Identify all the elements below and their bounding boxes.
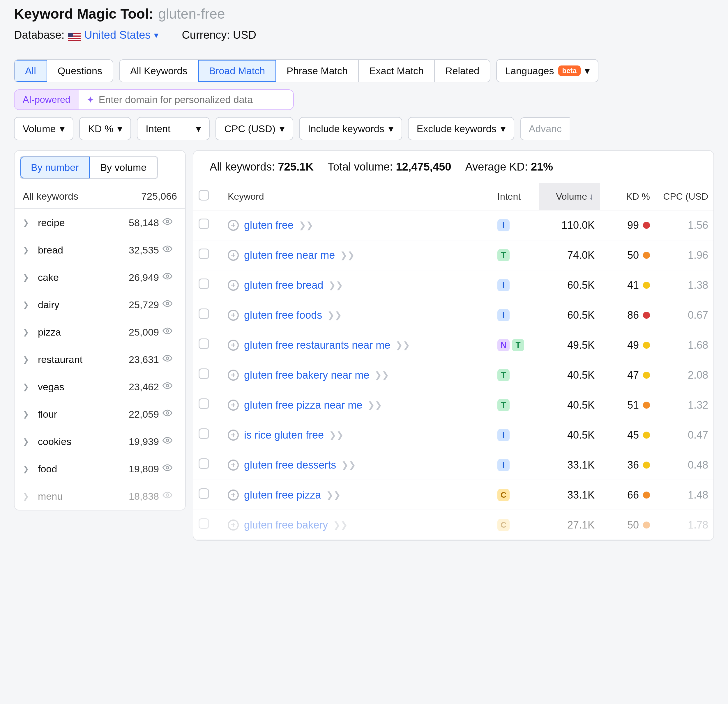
add-keyword-icon[interactable]: +: [228, 280, 239, 291]
sort-by-volume[interactable]: By volume: [90, 157, 157, 178]
sidebar-item[interactable]: ❯ cake 26,949: [14, 264, 185, 291]
sidebar-item[interactable]: ❯ vegas 23,462: [14, 373, 185, 401]
tab-broad-match[interactable]: Broad Match: [198, 60, 276, 82]
keyword-link[interactable]: gluten free bakery: [244, 519, 328, 531]
keyword-link[interactable]: is rice gluten free: [244, 429, 324, 441]
keyword-groups-sidebar: By number By volume All keywords 725,066…: [14, 150, 186, 511]
row-checkbox[interactable]: [199, 368, 209, 379]
keyword-link[interactable]: gluten free restaurants near me: [244, 339, 390, 351]
add-keyword-icon[interactable]: +: [228, 310, 239, 321]
add-keyword-icon[interactable]: +: [228, 460, 239, 470]
double-chevron-icon[interactable]: ❯❯: [374, 370, 389, 380]
tab-phrase-match[interactable]: Phrase Match: [276, 60, 359, 82]
eye-icon[interactable]: [162, 408, 177, 420]
row-checkbox[interactable]: [199, 278, 209, 289]
row-checkbox[interactable]: [199, 248, 209, 259]
sidebar-item[interactable]: ❯ recipe 58,148: [14, 209, 185, 236]
eye-icon[interactable]: [162, 244, 177, 256]
domain-input[interactable]: [99, 94, 285, 105]
row-checkbox[interactable]: [199, 428, 209, 439]
tab-questions[interactable]: Questions: [47, 60, 113, 82]
double-chevron-icon[interactable]: ❯❯: [326, 490, 341, 500]
double-chevron-icon[interactable]: ❯❯: [329, 430, 344, 440]
intent-badge-i: I: [497, 219, 510, 231]
tab-all[interactable]: All: [14, 60, 47, 82]
add-keyword-icon[interactable]: +: [228, 250, 239, 261]
double-chevron-icon[interactable]: ❯❯: [367, 400, 382, 410]
tab-all-keywords[interactable]: All Keywords: [120, 60, 199, 82]
sidebar-item[interactable]: ❯ food 19,809: [14, 455, 185, 483]
keyword-link[interactable]: gluten free pizza near me: [244, 399, 362, 411]
double-chevron-icon[interactable]: ❯❯: [396, 340, 410, 350]
sidebar-item[interactable]: ❯ dairy 25,729: [14, 291, 185, 318]
filter-kd[interactable]: KD %▾: [79, 117, 131, 140]
intent-cell: T: [497, 399, 533, 411]
col-cpc[interactable]: CPC (USD: [655, 183, 714, 210]
sidebar-item[interactable]: ❯ pizza 25,009: [14, 318, 185, 346]
languages-dropdown[interactable]: Languages beta ▾: [496, 59, 598, 82]
keyword-link[interactable]: gluten free desserts: [244, 459, 336, 471]
row-checkbox[interactable]: [199, 488, 209, 499]
filter-intent[interactable]: Intent▾: [137, 117, 209, 140]
row-checkbox[interactable]: [199, 458, 209, 469]
table-row: + gluten free restaurants near me ❯❯ NT …: [194, 330, 714, 360]
database-selector[interactable]: Database: United States ▾: [14, 29, 158, 41]
col-intent[interactable]: Intent: [492, 183, 539, 210]
volume-value: 60.5K: [544, 279, 595, 291]
add-keyword-icon[interactable]: +: [228, 340, 239, 351]
col-keyword[interactable]: Keyword: [222, 183, 492, 210]
keyword-link[interactable]: gluten free pizza: [244, 489, 321, 501]
filter-exclude-keywords[interactable]: Exclude keywords▾: [408, 117, 514, 140]
add-keyword-icon[interactable]: +: [228, 430, 239, 441]
row-checkbox[interactable]: [199, 518, 209, 529]
ai-powered-badge: AI-powered: [14, 90, 79, 110]
row-checkbox[interactable]: [199, 339, 209, 349]
eye-icon[interactable]: [162, 490, 177, 502]
keyword-link[interactable]: gluten free: [244, 219, 293, 231]
sidebar-all-keywords[interactable]: All keywords 725,066: [14, 184, 185, 209]
keyword-link[interactable]: gluten free bakery near me: [244, 369, 369, 381]
eye-icon[interactable]: [162, 353, 177, 365]
volume-value: 49.5K: [544, 339, 595, 351]
double-chevron-icon[interactable]: ❯❯: [299, 220, 313, 230]
sort-by-number[interactable]: By number: [20, 157, 90, 178]
double-chevron-icon[interactable]: ❯❯: [341, 460, 356, 470]
tab-exact-match[interactable]: Exact Match: [359, 60, 435, 82]
keyword-link[interactable]: gluten free bread: [244, 279, 323, 291]
add-keyword-icon[interactable]: +: [228, 369, 239, 381]
eye-icon[interactable]: [162, 326, 177, 338]
add-keyword-icon[interactable]: +: [228, 489, 239, 501]
eye-icon[interactable]: [162, 216, 177, 229]
sidebar-item[interactable]: ❯ cookies 19,939: [14, 428, 185, 455]
double-chevron-icon[interactable]: ❯❯: [328, 280, 343, 290]
row-checkbox[interactable]: [199, 398, 209, 409]
filter-advanced[interactable]: Advanc: [520, 117, 570, 140]
add-keyword-icon[interactable]: +: [228, 400, 239, 411]
filter-include-keywords[interactable]: Include keywords▾: [299, 117, 402, 140]
filter-cpc[interactable]: CPC (USD)▾: [215, 117, 293, 140]
kd-cell: 49: [605, 339, 650, 351]
sidebar-item[interactable]: ❯ flour 22,059: [14, 401, 185, 428]
eye-icon[interactable]: [162, 381, 177, 393]
add-keyword-icon[interactable]: +: [228, 519, 239, 531]
row-checkbox[interactable]: [199, 219, 209, 229]
select-all-checkbox[interactable]: [199, 190, 209, 201]
eye-icon[interactable]: [162, 271, 177, 283]
row-checkbox[interactable]: [199, 309, 209, 319]
double-chevron-icon[interactable]: ❯❯: [327, 310, 342, 320]
eye-icon[interactable]: [162, 463, 177, 475]
sidebar-item[interactable]: ❯ bread 32,535: [14, 236, 185, 264]
eye-icon[interactable]: [162, 436, 177, 447]
keyword-link[interactable]: gluten free near me: [244, 249, 335, 261]
add-keyword-icon[interactable]: +: [228, 220, 239, 231]
eye-icon[interactable]: [162, 299, 177, 311]
filter-volume[interactable]: Volume▾: [14, 117, 74, 140]
double-chevron-icon[interactable]: ❯❯: [333, 520, 348, 530]
sidebar-item[interactable]: ❯ restaurant 23,631: [14, 346, 185, 373]
col-kd[interactable]: KD %: [600, 183, 655, 210]
col-volume[interactable]: Volume⇃: [539, 183, 600, 210]
keyword-link[interactable]: gluten free foods: [244, 309, 322, 321]
double-chevron-icon[interactable]: ❯❯: [340, 250, 355, 260]
tab-related[interactable]: Related: [435, 60, 490, 82]
sidebar-item[interactable]: ❯ menu 18,838: [14, 483, 185, 510]
